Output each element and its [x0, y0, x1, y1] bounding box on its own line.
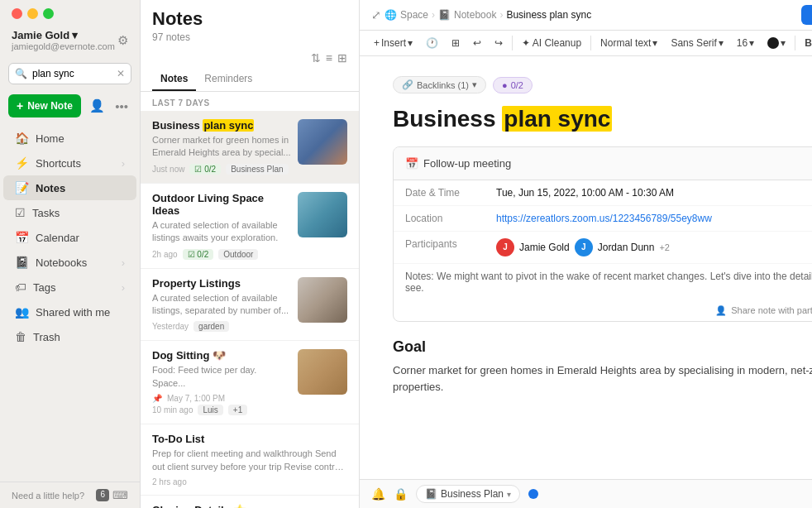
meeting-participants-row: Participants J Jamie Gold J Jordan Dunn … [394, 232, 812, 264]
sidebar-item-tasks[interactable]: ☑ Tasks [3, 200, 136, 225]
tab-reminders[interactable]: Reminders [196, 68, 260, 91]
note-row: Business plan sync Corner market for gre… [152, 119, 347, 175]
more-options-button[interactable]: ••• [112, 95, 131, 117]
footer-notebook[interactable]: 📓 Business Plan ▾ [416, 485, 520, 503]
sidebar-item-tags[interactable]: 🏷 Tags › [3, 275, 136, 300]
font-size-button[interactable]: 16 ▾ [733, 35, 758, 51]
sort-icon[interactable]: ≡ [326, 51, 332, 65]
maximize-window-button[interactable] [43, 8, 54, 19]
note-preview: Corner market for green homes in Emerald… [152, 134, 291, 160]
note-title: Outdoor Living Space Ideas [152, 192, 291, 217]
meeting-card-body: Date & Time Tue, Jun 15, 2022, 10:00 AM … [394, 180, 812, 321]
filter-icon[interactable]: ⇅ [311, 51, 321, 65]
sidebar-item-calendar[interactable]: 📅 Calendar [3, 225, 136, 250]
avatar-icon-button[interactable]: 👤 [86, 95, 108, 117]
editor-actions: Share ••• [801, 5, 812, 25]
editor-title[interactable]: Business plan sync [393, 105, 812, 133]
help-badge: 6 [96, 489, 109, 501]
note-thumbnail [298, 277, 347, 323]
clear-search-icon[interactable]: ✕ [117, 68, 125, 79]
task-icon: ● [502, 80, 508, 90]
note-title: Property Listings [152, 277, 291, 290]
view-toggle-icon[interactable]: ⊞ [337, 51, 347, 65]
nav-items: 🏠 Home ⚡ Shortcuts › 📝 Notes ☑ Tasks 📅 C… [0, 126, 140, 482]
help-text[interactable]: Need a little help? [12, 491, 84, 501]
backlinks-badge[interactable]: 🔗 Backlinks (1) ▾ [393, 76, 486, 93]
note-row: To-Do List Prep for client meeting and w… [152, 433, 347, 486]
editor-body[interactable]: 🔗 Backlinks (1) ▾ ● 0/2 Business plan sy… [360, 56, 812, 479]
note-item-closing-details[interactable]: Closing Details ⭐ [141, 496, 359, 508]
sidebar-item-trash[interactable]: 🗑 Trash [3, 324, 136, 349]
share-person-icon: 👤 [715, 305, 727, 316]
lock-icon[interactable]: 🔒 [394, 487, 408, 501]
notes-panel: Notes 97 notes ⇅ ≡ ⊞ Notes Reminders LAS… [141, 0, 360, 508]
note-row: Property Listings A curated selection of… [152, 277, 347, 333]
help-icons: 6 ⌨ [96, 489, 128, 501]
sidebar-item-notes[interactable]: 📝 Notes [3, 175, 136, 200]
meeting-datetime-row: Date & Time Tue, Jun 15, 2022, 10:00 AM … [394, 180, 812, 206]
user-name[interactable]: Jamie Gold ▾ [12, 29, 115, 41]
bold-button[interactable]: B [800, 35, 812, 51]
note-item-business-plan-sync[interactable]: Business plan sync Corner market for gre… [141, 111, 359, 184]
share-button[interactable]: Share [801, 5, 812, 25]
emoji-button[interactable]: 🕐 [422, 35, 442, 51]
note-meta: 📌 May 7, 1:00 PM [152, 394, 291, 403]
location-link[interactable]: https://zereatlors.zoom.us/1223456789/55… [496, 213, 712, 224]
sidebar-item-shortcuts[interactable]: ⚡ Shortcuts › [3, 151, 136, 175]
task-count-badge[interactable]: ● 0/2 [493, 77, 533, 93]
sidebar-bottom: Need a little help? 6 ⌨ [0, 482, 140, 508]
expand-icon[interactable]: ⤢ [371, 8, 381, 22]
breadcrumb-space[interactable]: Space [400, 9, 428, 21]
new-note-extras: 👤 ••• [86, 95, 131, 117]
minimize-window-button[interactable] [27, 8, 38, 19]
breadcrumb: ⤢ 🌐 Space › 📓 Notebook › Business plan s… [371, 8, 591, 22]
note-item-to-do-list[interactable]: To-Do List Prep for client meeting and w… [141, 424, 359, 496]
sidebar-item-notebooks[interactable]: 📓 Notebooks › [3, 250, 136, 275]
chevron-right-icon: › [122, 256, 125, 269]
breadcrumb-notebook[interactable]: Notebook [454, 9, 496, 21]
meeting-location-row: Location https://zereatlors.zoom.us/1223… [394, 206, 812, 232]
notebook-badge: Business Plan [226, 164, 288, 175]
meeting-card-header[interactable]: 📅 Follow-up meeting ∧ [394, 147, 812, 180]
text-style-button[interactable]: Normal text ▾ [596, 35, 662, 51]
tag-badge: garden [193, 321, 229, 332]
note-item-outdoor-living[interactable]: Outdoor Living Space Ideas A curated sel… [141, 184, 359, 269]
settings-icon[interactable]: ⚙ [117, 33, 128, 48]
font-button[interactable]: Sans Serif ▾ [666, 35, 727, 51]
notes-tabs: Notes Reminders [141, 68, 359, 92]
redo-button[interactable]: ↪ [490, 35, 507, 51]
undo-button[interactable]: ↩ [469, 35, 485, 51]
datetime-value: Tue, Jun 15, 2022, 10:00 AM - 10:30 AM [496, 187, 812, 199]
color-button[interactable]: ▾ [763, 35, 790, 51]
user-info: Jamie Gold ▾ jamiegold@evernote.com [12, 29, 115, 51]
title-highlight: plan sync [203, 119, 254, 132]
note-preview: A curated selection of available listing… [152, 219, 291, 245]
search-bar: 🔍 ✕ [8, 63, 131, 84]
sidebar-item-label: Shortcuts [36, 157, 81, 170]
table-button[interactable]: ⊞ [447, 35, 464, 51]
sidebar-item-label: Notes [36, 182, 65, 194]
insert-button[interactable]: + Insert ▾ [370, 35, 417, 51]
sidebar-item-label: Home [36, 132, 64, 145]
bell-icon[interactable]: 🔔 [371, 487, 385, 501]
note-content: To-Do List Prep for client meeting and w… [152, 433, 347, 486]
new-note-button[interactable]: + New Note [8, 94, 81, 117]
sidebar-item-label: Tasks [32, 207, 60, 219]
sidebar-item-home[interactable]: 🏠 Home [3, 126, 136, 151]
close-window-button[interactable] [12, 8, 22, 19]
note-time: Just now [152, 165, 184, 174]
sidebar-item-shared[interactable]: 👥 Shared with me [3, 300, 136, 324]
close-footer-button[interactable] [528, 489, 538, 499]
note-time: Yesterday [152, 322, 189, 331]
ai-cleanup-button[interactable]: ✦ AI Cleanup [518, 35, 585, 51]
tab-notes[interactable]: Notes [152, 68, 196, 91]
search-icon: 🔍 [15, 68, 27, 79]
note-title: Business plan sync [152, 119, 291, 132]
note-item-dog-sitting[interactable]: Dog Sitting 🐶 Food: Feed twice per day. … [141, 341, 359, 424]
note-item-property-listings[interactable]: Property Listings A curated selection of… [141, 269, 359, 342]
tag-badge: Outdoor [218, 249, 258, 260]
section-heading: Goal [393, 338, 812, 356]
note-preview: Food: Feed twice per day. Space... [152, 364, 291, 390]
share-note-row[interactable]: 👤 Share note with participant [394, 300, 812, 321]
insert-icon: + [374, 37, 380, 49]
